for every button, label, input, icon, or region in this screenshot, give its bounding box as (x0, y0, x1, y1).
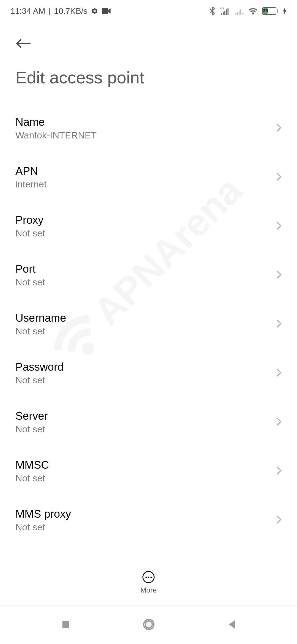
setting-label: Port (15, 263, 45, 275)
battery-level: 38 (263, 8, 268, 14)
nav-back-icon[interactable] (227, 619, 236, 631)
video-camera-icon (102, 8, 111, 14)
setting-row-name[interactable]: Name Wantok-INTERNET (15, 104, 282, 153)
setting-value: Not set (15, 424, 48, 435)
svg-rect-5 (226, 9, 227, 15)
setting-label: APN (15, 165, 46, 177)
setting-row-password[interactable]: Password Not set (15, 349, 282, 398)
svg-rect-12 (62, 621, 69, 628)
settings-list: Name Wantok-INTERNET APN internet Proxy … (0, 104, 297, 545)
chevron-right-icon (276, 466, 282, 476)
svg-rect-2 (221, 13, 222, 15)
more-label: More (140, 586, 156, 594)
setting-value: Not set (15, 277, 45, 288)
setting-value: internet (15, 179, 46, 190)
settings-gear-icon (91, 7, 98, 15)
setting-label: Name (15, 116, 97, 128)
setting-row-apn[interactable]: APN internet (15, 153, 282, 202)
setting-label: Proxy (15, 214, 45, 226)
setting-label: MMS proxy (15, 508, 71, 520)
status-separator: | (49, 6, 51, 16)
more-button[interactable]: More (140, 571, 156, 594)
signal-4g-icon: 4G (220, 7, 230, 15)
setting-value: Wantok-INTERNET (15, 130, 97, 141)
nav-home-icon[interactable] (143, 618, 155, 632)
chevron-right-icon (276, 515, 282, 525)
chevron-right-icon (276, 172, 282, 182)
setting-value: Not set (15, 326, 66, 337)
setting-row-server[interactable]: Server Not set (15, 398, 282, 447)
navigation-bar (0, 605, 297, 644)
svg-rect-9 (239, 11, 240, 15)
wifi-icon (248, 7, 258, 15)
bluetooth-icon (209, 7, 215, 15)
setting-row-port[interactable]: Port Not set (15, 251, 282, 300)
chevron-right-icon (276, 368, 282, 378)
more-icon (142, 571, 155, 583)
svg-rect-4 (224, 11, 225, 15)
status-time: 11:34 AM (10, 6, 45, 16)
setting-label: Username (15, 312, 66, 324)
chevron-right-icon (276, 417, 282, 427)
svg-rect-3 (223, 12, 224, 15)
chevron-right-icon (276, 319, 282, 329)
status-bar: 11:34 AM | 10.7KB/s 4G ✕ 38 (0, 0, 297, 22)
chevron-right-icon (276, 270, 282, 280)
setting-row-mmsc[interactable]: MMSC Not set (15, 447, 282, 496)
setting-row-mms-proxy[interactable]: MMS proxy Not set (15, 496, 282, 545)
chevron-right-icon (276, 221, 282, 231)
status-right: 4G ✕ 38 (209, 7, 287, 15)
status-left: 11:34 AM | 10.7KB/s (10, 6, 111, 16)
chevron-right-icon (276, 123, 282, 133)
svg-rect-7 (235, 13, 236, 15)
svg-rect-6 (227, 8, 228, 15)
setting-value: Not set (15, 375, 64, 386)
setting-value: Not set (15, 228, 45, 239)
svg-text:4G: 4G (220, 7, 224, 10)
battery-indicator: 38 (262, 7, 278, 15)
setting-label: MMSC (15, 459, 49, 471)
svg-rect-0 (102, 8, 108, 14)
page-title: Edit access point (0, 59, 297, 104)
back-button[interactable] (15, 36, 31, 51)
svg-rect-8 (237, 12, 238, 15)
setting-label: Server (15, 410, 48, 422)
setting-row-proxy[interactable]: Proxy Not set (15, 202, 282, 251)
nav-recents-icon[interactable] (61, 620, 71, 631)
svg-text:✕: ✕ (241, 12, 244, 15)
status-data-rate: 10.7KB/s (54, 6, 88, 16)
bottom-toolbar: More (0, 566, 297, 600)
setting-value: Not set (15, 473, 49, 484)
setting-value: Not set (15, 522, 71, 533)
signal-no-sim-icon: ✕ (234, 7, 244, 15)
setting-label: Password (15, 361, 64, 373)
svg-point-14 (145, 621, 152, 628)
charging-bolt-icon (283, 7, 287, 15)
setting-row-username[interactable]: Username Not set (15, 300, 282, 349)
